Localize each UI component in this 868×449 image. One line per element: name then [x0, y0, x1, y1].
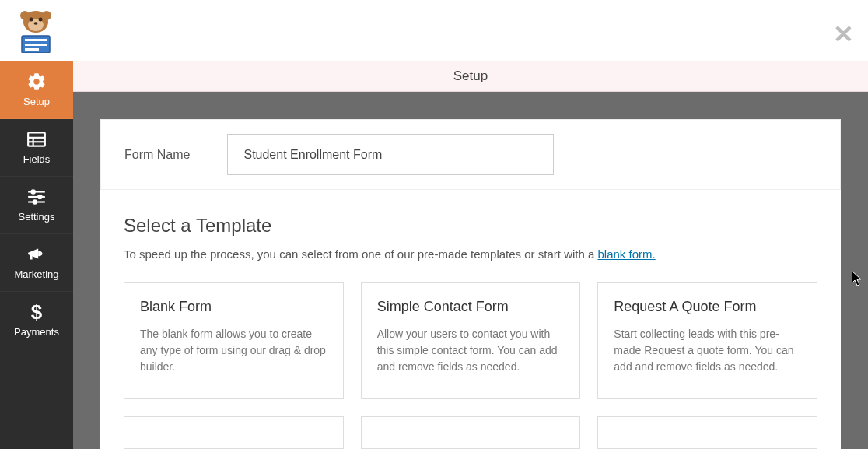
- template-card[interactable]: [597, 416, 817, 449]
- form-name-label: Form Name: [124, 148, 190, 162]
- templates-section: Select a Template To speed up the proces…: [100, 190, 841, 449]
- app-header: ✕: [0, 0, 868, 61]
- svg-point-18: [37, 195, 43, 200]
- sidebar: Setup Fields Settings Marketing $ Paymen…: [0, 61, 73, 449]
- svg-rect-8: [25, 39, 47, 41]
- sliders-icon: [26, 188, 47, 206]
- svg-point-5: [39, 18, 43, 22]
- svg-rect-21: [38, 251, 40, 257]
- sidebar-item-label: Setup: [23, 96, 50, 107]
- svg-rect-11: [28, 132, 45, 146]
- sidebar-item-fields[interactable]: Fields: [0, 119, 73, 177]
- svg-rect-10: [25, 48, 39, 51]
- templates-title: Select a Template: [124, 215, 817, 237]
- svg-text:$: $: [31, 302, 43, 322]
- sidebar-item-settings[interactable]: Settings: [0, 177, 73, 234]
- template-card-simple-contact[interactable]: Simple Contact Form Allow your users to …: [361, 282, 581, 399]
- form-name-row: Form Name: [100, 119, 841, 190]
- dollar-icon: $: [30, 303, 43, 321]
- sidebar-item-marketing[interactable]: Marketing: [0, 234, 73, 292]
- close-button[interactable]: ✕: [833, 22, 854, 47]
- template-card-title: Blank Form: [140, 299, 327, 315]
- template-card-title: Request A Quote Form: [614, 299, 801, 315]
- content-area: Setup Form Name Select a Template To spe…: [73, 61, 868, 449]
- blank-form-link[interactable]: blank form.: [597, 247, 655, 261]
- template-card-blank-form[interactable]: Blank Form The blank form allows you to …: [124, 282, 344, 399]
- template-card-title: Simple Contact Form: [377, 299, 565, 315]
- template-card-desc: The blank form allows you to create any …: [140, 326, 327, 375]
- svg-point-20: [33, 199, 38, 205]
- svg-point-1: [20, 11, 30, 20]
- templates-grid: Blank Form The blank form allows you to …: [124, 282, 817, 449]
- page-title: Setup: [453, 68, 488, 84]
- template-card-desc: Start collecting leads with this pre-mad…: [614, 326, 801, 375]
- svg-point-6: [34, 22, 38, 25]
- svg-rect-9: [25, 44, 47, 46]
- bullhorn-icon: [26, 245, 47, 264]
- svg-point-2: [42, 11, 51, 20]
- svg-point-4: [30, 18, 33, 22]
- template-card-desc: Allow your users to contact you with thi…: [377, 326, 565, 375]
- template-card-request-quote[interactable]: Request A Quote Form Start collecting le…: [597, 282, 817, 399]
- templates-description: To speed up the process, you can select …: [124, 247, 817, 261]
- svg-point-16: [30, 189, 36, 195]
- sidebar-item-label: Settings: [19, 211, 55, 223]
- sidebar-item-label: Payments: [14, 326, 59, 338]
- setup-panel: Form Name Select a Template To speed up …: [100, 119, 841, 449]
- template-card[interactable]: [361, 416, 581, 449]
- list-icon: [26, 130, 47, 149]
- app-logo: [11, 8, 56, 53]
- close-icon: ✕: [833, 20, 854, 48]
- sidebar-item-setup[interactable]: Setup: [0, 61, 73, 119]
- sidebar-item-label: Fields: [23, 153, 51, 165]
- sidebar-item-label: Marketing: [14, 268, 58, 280]
- svg-rect-22: [30, 254, 32, 260]
- form-name-input[interactable]: [227, 134, 554, 175]
- sidebar-item-payments[interactable]: $ Payments: [0, 292, 73, 349]
- gear-icon: [26, 72, 47, 91]
- secondary-header: Setup: [73, 61, 868, 92]
- template-card[interactable]: [124, 416, 344, 449]
